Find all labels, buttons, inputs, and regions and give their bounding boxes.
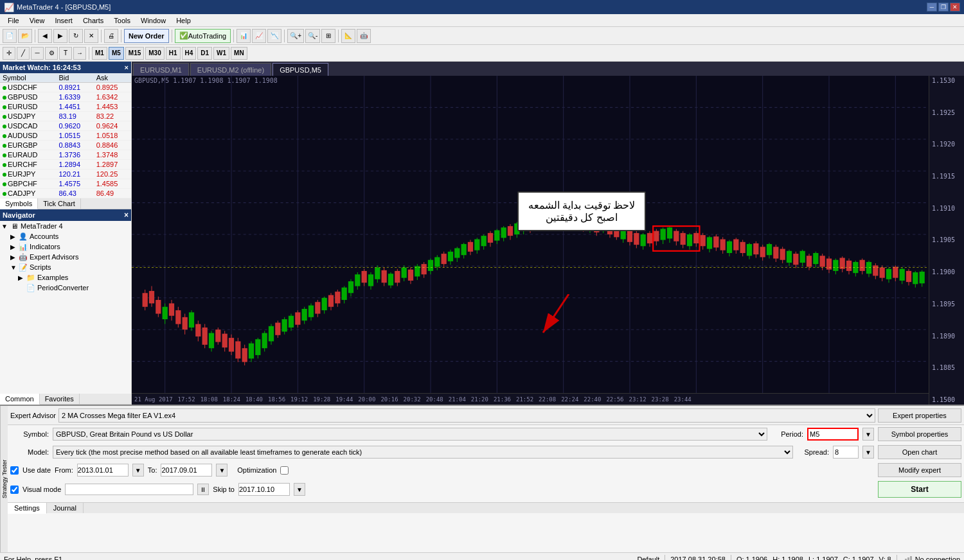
st-to-cal[interactable]: ▼ (216, 464, 228, 477)
tab-settings[interactable]: Settings (8, 503, 47, 514)
market-watch-row[interactable]: GBPCHF 1.4575 1.4585 (0, 179, 131, 189)
line-button[interactable]: ╱ (17, 47, 30, 60)
period-w1[interactable]: W1 (213, 47, 229, 60)
open-chart-button[interactable]: Open chart (878, 445, 961, 459)
price-1910: 1.1910 (932, 205, 961, 212)
market-watch-row[interactable]: AUDUSD 1.0515 1.0518 (0, 131, 131, 141)
chart-tab-gbpusd-m5[interactable]: GBPUSD,M5 (272, 63, 328, 76)
experts-button[interactable]: 🤖 (357, 29, 371, 43)
st-skipto-cal[interactable]: ▼ (294, 483, 305, 496)
tab-tick-chart[interactable]: Tick Chart (38, 198, 81, 209)
modify-expert-button[interactable]: Modify expert (878, 463, 961, 477)
minimize-button[interactable]: ─ (927, 3, 937, 12)
navigator-close[interactable]: × (124, 211, 129, 220)
nav-scripts[interactable]: ▼ 📝 Scripts (0, 262, 131, 272)
nav-expert-advisors[interactable]: ▶ 🤖 Expert Advisors (0, 252, 131, 262)
market-watch-row[interactable]: EURCHF 1.2894 1.2897 (0, 160, 131, 170)
st-usedate-check[interactable] (10, 466, 19, 475)
st-skipto-input[interactable] (238, 483, 290, 496)
market-watch-menu[interactable]: × (125, 64, 129, 71)
market-watch-row[interactable]: USDCHF 0.8921 0.8925 (0, 83, 131, 92)
menu-insert[interactable]: Insert (49, 15, 78, 26)
nav-accounts[interactable]: ▶ 👤 Accounts (0, 231, 131, 241)
nav-metatrader4[interactable]: ▼ 🖥 MetaTrader 4 (0, 221, 131, 231)
chart-type-1-button[interactable]: 📊 (237, 29, 251, 43)
expert-properties-button[interactable]: Expert properties (878, 408, 961, 423)
svg-rect-64 (282, 319, 287, 331)
menu-window[interactable]: Window (136, 15, 171, 26)
indicators-button[interactable]: 📐 (341, 29, 355, 43)
chart-type-2-button[interactable]: 📈 (252, 29, 266, 43)
st-pause-button[interactable]: ⏸ (197, 484, 209, 495)
crosshair-button[interactable]: ✛ (3, 47, 15, 60)
chart-tab-eurusd-m1[interactable]: EURUSD,M1 (133, 63, 189, 76)
market-watch-row[interactable]: CADJPY 86.43 86.49 (0, 189, 131, 198)
tab-favorites[interactable]: Favorites (40, 394, 80, 404)
menu-tools[interactable]: Tools (109, 15, 136, 26)
market-watch-row[interactable]: GBPUSD 1.6339 1.6342 (0, 92, 131, 102)
st-spread-input[interactable] (833, 446, 859, 459)
print-button[interactable]: 🖨 (104, 29, 118, 43)
hline-button[interactable]: ─ (31, 47, 44, 60)
reload-button[interactable]: ↻ (69, 29, 83, 43)
menu-help[interactable]: Help (171, 15, 196, 26)
st-expert-select[interactable]: 2 MA Crosses Mega filter EA V1.ex4 (58, 408, 875, 423)
period-m1[interactable]: M1 (92, 47, 107, 60)
st-symbol-select[interactable]: GBPUSD, Great Britain Pound vs US Dollar (53, 428, 767, 441)
period-h1[interactable]: H1 (166, 47, 181, 60)
chart-canvas[interactable]: GBPUSD,M5 1.1907 1.1908 1.1907 1.1908 (132, 76, 964, 405)
text-button[interactable]: T (59, 47, 72, 60)
symbol-properties-button[interactable]: Symbol properties (878, 427, 961, 441)
st-spread-dropdown[interactable]: ▼ (862, 446, 874, 459)
market-watch-row[interactable]: USDCAD 0.9620 0.9624 (0, 121, 131, 131)
st-to-input[interactable] (161, 464, 212, 477)
period-m15[interactable]: M15 (125, 47, 144, 60)
st-visual-check[interactable] (10, 486, 19, 494)
zoom-fit-button[interactable]: ⊞ (321, 29, 335, 43)
st-from-cal[interactable]: ▼ (132, 464, 144, 477)
close-button[interactable]: ✕ (950, 3, 960, 12)
period-mn[interactable]: MN (231, 47, 247, 60)
chart-type-3-button[interactable]: 📉 (267, 29, 281, 43)
st-period-dropdown[interactable]: ▼ (862, 428, 874, 441)
tab-common[interactable]: Common (0, 394, 40, 405)
tab-journal[interactable]: Journal (47, 503, 84, 513)
period-m5[interactable]: M5 (109, 47, 124, 60)
stop-button[interactable]: ✕ (84, 29, 98, 43)
autotrading-button[interactable]: ✅ AutoTrading (175, 29, 231, 43)
chart-tab-eurusd-m2[interactable]: EURUSD,M2 (offline) (190, 63, 271, 76)
nav-period-converter[interactable]: 📄 PeriodConverter (0, 283, 131, 293)
period-d1[interactable]: D1 (197, 47, 212, 60)
period-h4[interactable]: H4 (182, 47, 197, 60)
nav-examples[interactable]: ▶ 📁 Examples (0, 272, 131, 283)
market-watch-row[interactable]: EURAUD 1.3736 1.3748 (0, 150, 131, 160)
menu-file[interactable]: File (3, 15, 24, 26)
nav-indicators[interactable]: ▶ 📊 Indicators (0, 241, 131, 252)
market-watch-row[interactable]: EURUSD 1.4451 1.4453 (0, 102, 131, 112)
period-m30[interactable]: M30 (145, 47, 164, 60)
menu-view[interactable]: View (24, 15, 50, 26)
market-watch-row[interactable]: USDJPY 83.19 83.22 (0, 112, 131, 121)
open-button[interactable]: 📂 (18, 29, 32, 43)
st-period-input[interactable] (807, 428, 859, 441)
strategy-tester-vertical-tab[interactable]: Strategy Tester (0, 406, 8, 552)
st-from-input[interactable] (77, 464, 129, 477)
st-optimization-check[interactable] (280, 466, 289, 475)
settings-button[interactable]: ⚙ (45, 47, 58, 60)
menu-charts[interactable]: Charts (78, 15, 109, 26)
start-button[interactable]: Start (878, 481, 961, 498)
new-order-button[interactable]: New Order (124, 29, 169, 43)
arrow-button[interactable]: → (73, 47, 86, 60)
svg-rect-226 (820, 256, 825, 267)
forward-button[interactable]: ▶ (53, 29, 67, 43)
tab-symbols[interactable]: Symbols (0, 198, 38, 209)
title-bar: 📈 MetaTrader 4 - [GBPUSD,M5] ─ ❐ ✕ (0, 0, 964, 14)
new-button[interactable]: 📄 (3, 29, 17, 43)
zoom-out-button[interactable]: 🔍- (305, 29, 320, 43)
restore-button[interactable]: ❐ (938, 3, 949, 12)
st-model-select[interactable]: Every tick (the most precise method base… (53, 446, 793, 459)
market-watch-row[interactable]: EURJPY 120.21 120.25 (0, 170, 131, 179)
market-watch-row[interactable]: EURGBP 0.8843 0.8846 (0, 141, 131, 150)
zoom-in-button[interactable]: 🔍+ (287, 29, 304, 43)
back-button[interactable]: ◀ (38, 29, 52, 43)
